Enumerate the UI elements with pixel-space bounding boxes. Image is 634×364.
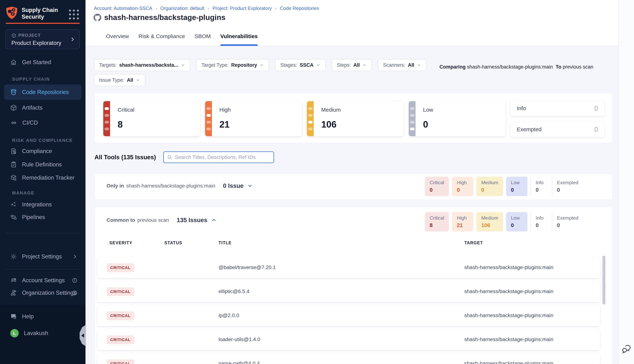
- chip-medium: Medium0: [476, 177, 503, 196]
- content-area: Targets: shash-harness/backsta... Target…: [86, 46, 618, 364]
- sidebar-item-project-settings[interactable]: Project Settings: [4, 249, 82, 264]
- filter-label: Issue Type:: [99, 77, 124, 83]
- tab-vulnerabilities[interactable]: Vulnerabilities: [220, 27, 258, 46]
- severity-card-critical[interactable]: Critical 8: [103, 101, 200, 136]
- issue-target: shash-harness/backstage-plugins:main: [464, 264, 553, 270]
- sidebar-item-help[interactable]: ? Help: [4, 309, 82, 324]
- sidebar-divider: [6, 233, 80, 233]
- github-icon: [94, 14, 101, 22]
- user-avatar: L: [10, 329, 19, 338]
- code-repo-icon: [10, 89, 17, 96]
- common-to-row: Common to previous scan 135 Issues: [107, 217, 217, 224]
- sidebar-item-pipelines[interactable]: Pipelines: [4, 210, 82, 225]
- comparing-target: shash-harness/backstage-plugins:main: [467, 64, 553, 70]
- tab-risk-compliance[interactable]: Risk & Compliance: [139, 27, 185, 46]
- sidebar-item-label: Account Settings: [22, 277, 65, 284]
- chevron-up-icon[interactable]: [211, 217, 217, 223]
- page-title: shash-harness/backstage-plugins: [104, 13, 225, 22]
- breadcrumb-organization[interactable]: Organization: default: [160, 6, 204, 11]
- breadcrumb-separator: ›: [208, 6, 209, 11]
- module-switcher-icon[interactable]: [69, 10, 79, 20]
- severity-card-info[interactable]: Info 0: [511, 101, 604, 116]
- cube-icon: [11, 33, 16, 38]
- filter-targets[interactable]: Targets: shash-harness/backsta...: [94, 59, 190, 71]
- search-input[interactable]: [175, 154, 270, 160]
- severity-card-exempted[interactable]: Exempted 0: [511, 122, 604, 137]
- app-logo: Supply Chain Security: [6, 6, 64, 20]
- issue-title: loader-utils@1.4.0: [218, 336, 260, 342]
- breadcrumb-account[interactable]: Account: Automation-SSCA: [94, 6, 152, 11]
- sidebar-divider: [6, 269, 80, 270]
- page-header: Account: Automation-SSCA › Organization:…: [86, 0, 634, 46]
- tab-overview[interactable]: Overview: [106, 27, 129, 46]
- breadcrumb-code-repositories[interactable]: Code Repositories: [280, 6, 319, 11]
- chevron-down-icon: [181, 63, 185, 67]
- feedback-chat-icon[interactable]: [621, 344, 631, 354]
- chevron-down-icon: [362, 63, 367, 67]
- severity-card-medium[interactable]: Medium 106: [307, 101, 404, 136]
- filter-value: shash-harness/backsta...: [119, 62, 178, 68]
- breadcrumb-project[interactable]: Project: Product Exploratory: [212, 6, 272, 11]
- chevron-down-icon: [417, 63, 421, 67]
- severity-card-high[interactable]: High 21: [205, 101, 302, 136]
- sidebar-item-compliance[interactable]: Compliance: [4, 144, 82, 159]
- app-root: Supply Chain Security PROJECT Product Ex…: [0, 0, 634, 364]
- tools-row: All Tools (135 Issues): [95, 152, 274, 163]
- sidebar-item-organization-settings[interactable]: Organization Settings: [4, 285, 82, 300]
- comparing-scan: previous scan: [563, 64, 593, 70]
- filter-target-type[interactable]: Target Type: Repository: [196, 59, 269, 71]
- sidebar-section-risk: RISK AND COMPLIANCE: [12, 138, 73, 143]
- severity-card-label: Info: [517, 105, 526, 112]
- issue-row[interactable]: CRITICAL @babel/traverse@7.20.1 shash-ha…: [97, 258, 600, 278]
- issue-search[interactable]: [163, 152, 274, 163]
- sidebar-item-cicd[interactable]: CI/CD: [4, 115, 82, 130]
- issue-row[interactable]: CRITICAL parse-path@4.0.4 shash-harness/…: [97, 354, 600, 364]
- info-icon[interactable]: [72, 290, 77, 296]
- info-icon[interactable]: [72, 278, 77, 283]
- filter-row-2: Issue Type: All: [94, 74, 145, 86]
- column-header-severity: SEVERITY: [109, 240, 132, 246]
- only-in-chips: Critical0 High0 Medium0 Low0 Info0 Exemp…: [425, 177, 583, 196]
- filter-label: Steps:: [337, 62, 351, 68]
- column-header-status: STATUS: [164, 240, 182, 246]
- common-to-panel: Common to previous scan 135 Issues Criti…: [95, 207, 612, 364]
- tab-sbom[interactable]: SBOM: [194, 27, 211, 46]
- filter-steps[interactable]: Steps: All: [332, 59, 372, 71]
- table-scrollbar[interactable]: [602, 256, 605, 304]
- medium-bar: [307, 101, 314, 136]
- severity-card-low[interactable]: Low 0: [409, 101, 505, 136]
- filter-stages[interactable]: Stages: SSCA: [275, 59, 326, 71]
- severity-card-value: 0: [594, 125, 598, 134]
- user-name: Lavakush: [24, 330, 48, 336]
- org-hierarchy-gear-icon: [10, 290, 17, 296]
- help-chat-icon: ?: [10, 313, 17, 320]
- severity-badge: CRITICAL: [107, 336, 134, 344]
- sidebar-item-get-started[interactable]: Get Started: [4, 54, 82, 70]
- right-edge-panel: [618, 0, 634, 364]
- sidebar-user[interactable]: L Lavakush: [4, 326, 82, 341]
- sidebar-item-artifacts[interactable]: Artifacts: [4, 100, 82, 116]
- filter-scanners[interactable]: Scanners: All: [378, 59, 426, 71]
- sidebar-item-code-repositories[interactable]: Code Repositories: [4, 84, 82, 100]
- chevron-down-icon[interactable]: [247, 183, 253, 189]
- sidebar-section-supply-chain: SUPPLY CHAIN: [12, 76, 50, 82]
- layers-gear-icon: [10, 277, 17, 284]
- project-selector[interactable]: PROJECT Product Exploratory: [6, 29, 80, 49]
- severity-badge: CRITICAL: [107, 288, 134, 296]
- issue-row[interactable]: CRITICAL loader-utils@1.4.0 shash-harnes…: [97, 330, 600, 350]
- severity-badge: CRITICAL: [107, 360, 134, 364]
- issue-row[interactable]: CRITICAL ip@2.0.0 shash-harness/backstag…: [97, 306, 600, 326]
- chip-critical: Critical8: [425, 212, 449, 232]
- chip-critical: Critical0: [425, 177, 449, 196]
- severity-card-label: Low: [423, 107, 433, 113]
- issue-row[interactable]: CRITICAL elliptic@6.5.4 shash-harness/ba…: [97, 282, 600, 302]
- sidebar-item-label: Artifacts: [22, 104, 43, 111]
- column-header-title: TITLE: [218, 240, 231, 246]
- sidebar-item-remediation-tracker[interactable]: Remediation Tracker: [4, 170, 82, 186]
- only-in-target: shash-harness/backstage-plugins:main: [126, 183, 215, 189]
- svg-text:?: ?: [13, 314, 14, 317]
- chip-info: Info0: [530, 212, 552, 232]
- search-icon: [167, 154, 172, 160]
- filter-issue-type[interactable]: Issue Type: All: [94, 74, 145, 86]
- sidebar-item-label: Project Settings: [22, 253, 62, 260]
